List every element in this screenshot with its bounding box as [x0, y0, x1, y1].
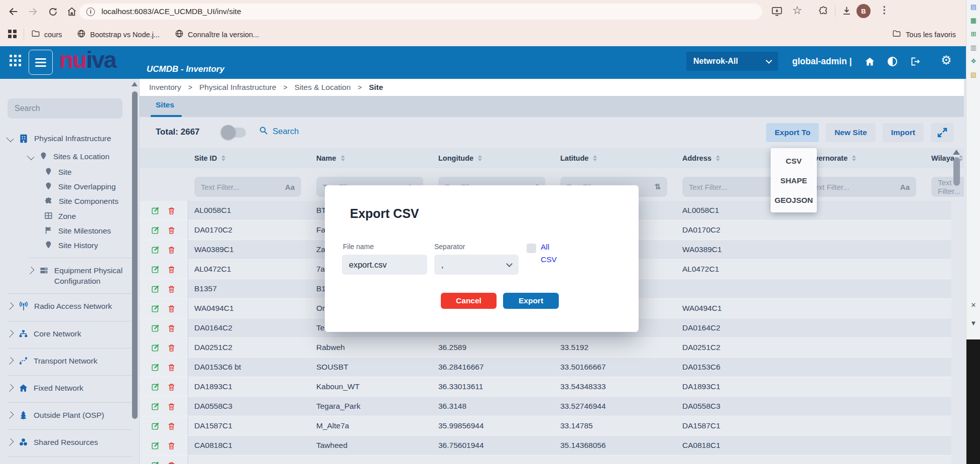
all-favorites[interactable]: Tous les favoris	[892, 23, 956, 46]
filter-type-icon[interactable]: ⇅	[654, 182, 661, 191]
address-bar[interactable]: i localhost:6083/ACE_UCMDB_UI/inv/site	[79, 4, 762, 20]
sidebar-scrollbar[interactable]	[132, 91, 138, 419]
delete-icon[interactable]	[167, 206, 176, 215]
delete-icon[interactable]	[167, 402, 176, 411]
chevron-right-icon[interactable]	[7, 330, 14, 337]
table-row[interactable]: DA0251C2Rabweh36.258933.5192DA0251C2	[140, 338, 951, 358]
breadcrumb-item-inventory[interactable]: Inventory	[149, 83, 181, 92]
tab-sites[interactable]: Sites	[156, 100, 174, 109]
edit-icon[interactable]	[151, 461, 160, 464]
sidebar-item-outside-plant-osp[interactable]: Outside Plant (OSP)	[0, 407, 139, 425]
home-nav-icon[interactable]	[65, 5, 78, 18]
delete-icon[interactable]	[167, 246, 176, 254]
panel-icon[interactable]: ▦	[966, 17, 980, 24]
sidebar-item-equipment-physical-configuration[interactable]: Equipment Physical Configuration	[0, 263, 139, 289]
edit-icon[interactable]	[151, 265, 160, 274]
chevron-right-icon[interactable]	[7, 384, 14, 392]
fullscreen-icon[interactable]	[931, 123, 954, 142]
separator-select[interactable]: ,	[434, 255, 519, 275]
table-row[interactable]: DA1587C1M_Alte7a35.9985694433.14785DA158…	[140, 416, 951, 436]
table-row[interactable]: CA0818C1Tawheed36.7560194435.14368056CA0…	[140, 436, 951, 455]
refresh-icon[interactable]	[46, 5, 59, 18]
search-button[interactable]: Search	[259, 126, 299, 137]
filter-type-icon[interactable]: Aa	[285, 183, 295, 191]
delete-icon[interactable]	[167, 324, 176, 332]
column-header-longitude[interactable]: Longitude	[432, 154, 554, 162]
table-row[interactable]: DA1893C1Kaboun_WT36.3301361133.54348333D…	[140, 377, 951, 397]
sidebar-item-service-inventory[interactable]: Service Inventory	[0, 461, 139, 464]
delete-icon[interactable]	[167, 461, 176, 464]
all-csv-label[interactable]: All CSV	[541, 241, 565, 266]
file-name-input[interactable]: export.csv	[342, 255, 427, 275]
sidebar-item-site-milestones[interactable]: Site Milestones	[0, 224, 139, 239]
sidebar-item-site-overlapping[interactable]: Site Overlapping	[0, 180, 139, 194]
bookmark-item[interactable]: Bootstrap vs Node.j...	[77, 29, 160, 40]
site-info-icon[interactable]: i	[86, 8, 95, 16]
sort-icon[interactable]	[852, 155, 856, 161]
url-text[interactable]: localhost:6083/ACE_UCMDB_UI/inv/site	[101, 7, 241, 16]
edit-icon[interactable]	[151, 422, 160, 430]
export-button[interactable]: Export	[503, 293, 559, 309]
import-button[interactable]: Import	[883, 123, 924, 142]
edit-icon[interactable]	[151, 343, 160, 352]
sidebar-item-zone[interactable]: Zone	[0, 209, 139, 224]
filter-input-governorate[interactable]: Text Filter...Aa	[804, 177, 916, 197]
new-site-button[interactable]: New Site	[826, 123, 876, 142]
gear-icon[interactable]: ⚙	[941, 53, 952, 67]
map-toggle[interactable]	[223, 128, 246, 138]
grid-scroll-up-icon[interactable]	[953, 150, 960, 155]
panel-icon[interactable]: ⊞	[966, 30, 980, 38]
delete-icon[interactable]	[167, 343, 176, 352]
edit-icon[interactable]	[151, 206, 160, 215]
grid-scrollbar[interactable]	[953, 157, 960, 186]
sidebar-item-physical-infrastructure[interactable]: Physical Infrastructure	[0, 131, 139, 149]
cancel-button[interactable]: Cancel	[441, 293, 497, 309]
edit-icon[interactable]	[151, 324, 160, 332]
delete-icon[interactable]	[167, 422, 176, 430]
home-icon[interactable]	[865, 56, 875, 69]
export-menu-item-shape[interactable]: SHAPE	[771, 171, 817, 190]
panel-icon[interactable]: ❖	[966, 57, 980, 65]
browser-menu-icon[interactable]: ⋮	[880, 4, 889, 16]
sidebar-search-input[interactable]: Search	[8, 98, 122, 119]
edit-icon[interactable]	[151, 285, 160, 293]
breadcrumb-item-sites-location[interactable]: Sites & Location	[294, 83, 350, 92]
sidebar-item-site-components[interactable]: Site Components	[0, 194, 139, 209]
chevron-right-icon[interactable]	[7, 357, 14, 365]
edit-icon[interactable]	[151, 363, 160, 372]
toggle-knob[interactable]	[221, 125, 235, 140]
edit-icon[interactable]	[151, 402, 160, 411]
sidebar-item-shared-resources[interactable]: Shared Resources	[0, 434, 139, 452]
sort-icon[interactable]	[716, 155, 720, 161]
delete-icon[interactable]	[167, 363, 176, 372]
filter-input-site-id[interactable]: Text Filter...Aa	[194, 177, 301, 197]
downloads-icon[interactable]	[841, 6, 852, 18]
column-header-latitude[interactable]: Latitude	[554, 154, 676, 162]
column-header-site-id[interactable]: Site ID	[188, 154, 310, 162]
sidebar-item-radio-access-network[interactable]: Radio Access Network	[0, 298, 139, 316]
bookmark-item[interactable]: cours	[31, 29, 62, 40]
profile-avatar[interactable]: B	[856, 4, 871, 18]
delete-icon[interactable]	[167, 383, 176, 391]
chevron-down-icon[interactable]	[7, 135, 14, 142]
app-grid-icon[interactable]	[10, 55, 23, 68]
contrast-icon[interactable]	[888, 57, 897, 66]
collapse-arrow-icon[interactable]: ▼	[966, 319, 980, 327]
sort-icon[interactable]	[593, 155, 597, 161]
sidebar-item-transport-network[interactable]: Transport Network	[0, 353, 139, 371]
chevron-right-icon[interactable]	[7, 438, 14, 446]
column-header-name[interactable]: Name	[310, 154, 432, 162]
delete-icon[interactable]	[167, 441, 176, 450]
export-menu-item-csv[interactable]: CSV	[771, 151, 817, 171]
edit-icon[interactable]	[151, 246, 160, 254]
bookmark-star-icon[interactable]: ☆	[792, 4, 802, 17]
sidebar-item-fixed-network[interactable]: Fixed Network	[0, 380, 139, 398]
edit-icon[interactable]	[151, 383, 160, 391]
send-to-device-icon[interactable]	[771, 6, 783, 19]
panel-icon[interactable]: ▤	[966, 3, 980, 11]
edit-icon[interactable]	[151, 304, 160, 313]
column-header-governorate[interactable]: Governorate	[798, 154, 925, 162]
extensions-icon[interactable]	[818, 6, 829, 18]
bookmark-item[interactable]: Connaître la version...	[175, 29, 259, 40]
logout-icon[interactable]	[910, 56, 920, 69]
